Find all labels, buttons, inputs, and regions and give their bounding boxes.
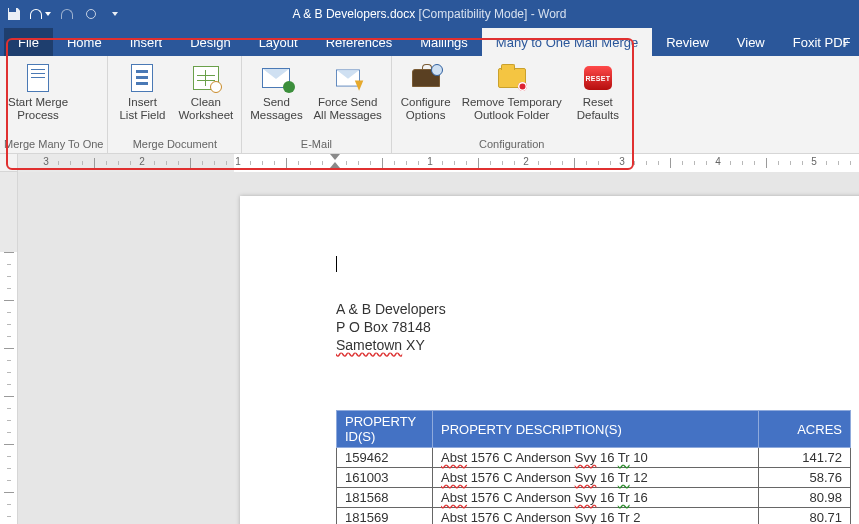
- horizontal-ruler[interactable]: 32112345: [18, 154, 859, 172]
- cell-id: 181569: [337, 508, 433, 525]
- touch-mode-button[interactable]: [83, 6, 99, 22]
- text-cursor: [336, 256, 337, 272]
- document-area: 32112345 Sunday, 9 April 20 A & B Develo…: [0, 154, 859, 524]
- btn-label: Process: [17, 109, 59, 121]
- redo-button[interactable]: [59, 6, 75, 22]
- btn-label: Start Merge: [8, 96, 68, 108]
- btn-label: Messages: [250, 109, 302, 121]
- title-sep: -: [531, 7, 538, 21]
- btn-label: Send: [263, 96, 290, 108]
- table-row: 181569Abst 1576 C Anderson Svy 16 Tr 280…: [337, 508, 851, 525]
- tab-view[interactable]: View: [723, 28, 779, 56]
- btn-label: All Messages: [313, 109, 381, 121]
- tab-insert[interactable]: Insert: [116, 28, 177, 56]
- cell-desc: Abst 1576 C Anderson Svy 16 Tr 16: [433, 488, 759, 508]
- cell-id: 161003: [337, 468, 433, 488]
- redo-icon: [61, 9, 73, 19]
- btn-label: Outlook Folder: [474, 109, 549, 121]
- ruler-row: 32112345: [0, 154, 859, 172]
- envelope-people-icon: [260, 62, 292, 94]
- compat-mode: [Compatibility Mode]: [419, 7, 528, 21]
- addr-city: Sametown XY: [336, 336, 859, 354]
- ribbon-group-merge-many: Start MergeProcess Merge Many To One: [0, 56, 108, 153]
- document-name: A & B Developers.docx: [293, 7, 416, 21]
- col-id: PROPERTY ID(S): [337, 411, 433, 448]
- btn-label: Clean: [191, 96, 221, 108]
- vertical-ruler[interactable]: [0, 172, 18, 524]
- tab-review[interactable]: Review: [652, 28, 723, 56]
- page-background[interactable]: Sunday, 9 April 20 A & B Developers P O …: [18, 172, 859, 524]
- force-send-button[interactable]: Force SendAll Messages: [309, 60, 387, 137]
- cell-desc: Abst 1576 C Anderson Svy 16 Tr 2: [433, 508, 759, 525]
- cell-id: 159462: [337, 448, 433, 468]
- col-acres: ACRES: [759, 411, 851, 448]
- save-icon[interactable]: [6, 6, 22, 22]
- addr-line2: P O Box 78148: [336, 318, 859, 336]
- tab-file[interactable]: File: [4, 28, 53, 56]
- window-title: A & B Developers.docx [Compatibility Mod…: [0, 7, 859, 21]
- reset-icon: RESET: [582, 62, 614, 94]
- cell-id: 181568: [337, 488, 433, 508]
- quick-access-toolbar: [6, 6, 123, 22]
- cell-acres: 80.98: [759, 488, 851, 508]
- table-row: 161003Abst 1576 C Anderson Svy 16 Tr 125…: [337, 468, 851, 488]
- cell-desc: Abst 1576 C Anderson Svy 16 Tr 10: [433, 448, 759, 468]
- ribbon-group-email: SendMessages Force SendAll Messages E-Ma…: [242, 56, 391, 153]
- ribbon-tabs: File Home Insert Design Layout Reference…: [0, 28, 859, 56]
- btn-label: List Field: [119, 109, 165, 121]
- envelope-bolt-icon: [332, 62, 364, 94]
- undo-button[interactable]: [30, 9, 51, 19]
- touch-icon: [86, 9, 96, 19]
- start-merge-button[interactable]: Start MergeProcess: [4, 60, 72, 137]
- worksheet-icon: [190, 62, 222, 94]
- page[interactable]: Sunday, 9 April 20 A & B Developers P O …: [240, 196, 859, 524]
- table-header-row: PROPERTY ID(S) PROPERTY DESCRIPTION(S) A…: [337, 411, 851, 448]
- title-bar: A & B Developers.docx [Compatibility Mod…: [0, 0, 859, 28]
- group-label: Merge Document: [112, 137, 237, 153]
- btn-label: Remove Temporary: [462, 96, 562, 108]
- remove-temp-folder-button[interactable]: Remove TemporaryOutlook Folder: [458, 60, 566, 137]
- document-icon: [22, 62, 54, 94]
- btn-label: Configure: [401, 96, 451, 108]
- ruler-corner[interactable]: [0, 154, 18, 172]
- tab-layout[interactable]: Layout: [245, 28, 312, 56]
- tab-mailings[interactable]: Mailings: [406, 28, 482, 56]
- chevron-down-icon: [112, 12, 118, 16]
- table-row: 181568Abst 1576 C Anderson Svy 16 Tr 168…: [337, 488, 851, 508]
- group-label: Configuration: [396, 137, 628, 153]
- customize-qat-button[interactable]: [107, 6, 123, 22]
- list-field-icon: [126, 62, 158, 94]
- send-messages-button[interactable]: SendMessages: [246, 60, 306, 137]
- col-desc: PROPERTY DESCRIPTION(S): [433, 411, 759, 448]
- cell-acres: 80.71: [759, 508, 851, 525]
- btn-label: Options: [406, 109, 446, 121]
- btn-label: Worksheet: [178, 109, 233, 121]
- group-label: E-Mail: [246, 137, 386, 153]
- tab-references[interactable]: References: [312, 28, 406, 56]
- cell-desc: Abst 1576 C Anderson Svy 16 Tr 12: [433, 468, 759, 488]
- btn-label: Defaults: [577, 109, 619, 121]
- table-row: 159462Abst 1576 C Anderson Svy 16 Tr 101…: [337, 448, 851, 468]
- insert-list-field-button[interactable]: InsertList Field: [112, 60, 172, 137]
- address-block: A & B Developers P O Box 78148 Sametown …: [336, 300, 859, 354]
- cell-acres: 141.72: [759, 448, 851, 468]
- btn-label: Reset: [583, 96, 613, 108]
- reset-defaults-button[interactable]: RESET ResetDefaults: [568, 60, 628, 137]
- configure-options-button[interactable]: ConfigureOptions: [396, 60, 456, 137]
- clean-worksheet-button[interactable]: CleanWorksheet: [174, 60, 237, 137]
- tab-home[interactable]: Home: [53, 28, 116, 56]
- folder-delete-icon: [496, 62, 528, 94]
- tab-design[interactable]: Design: [176, 28, 244, 56]
- addr-name: A & B Developers: [336, 300, 859, 318]
- ribbon: Start MergeProcess Merge Many To One Ins…: [0, 56, 859, 154]
- indent-marker[interactable]: [330, 154, 340, 170]
- undo-icon: [30, 9, 42, 19]
- tab-many-to-one[interactable]: Many to One Mail Merge: [482, 28, 652, 56]
- cell-acres: 58.76: [759, 468, 851, 488]
- ribbon-group-merge-document: InsertList Field CleanWorksheet Merge Do…: [108, 56, 242, 153]
- property-table: PROPERTY ID(S) PROPERTY DESCRIPTION(S) A…: [336, 410, 851, 524]
- group-label: Merge Many To One: [4, 137, 103, 153]
- chevron-down-icon[interactable]: [45, 12, 51, 16]
- toolbox-icon: [410, 62, 442, 94]
- tell-me-icon[interactable]: ♀: [841, 34, 852, 50]
